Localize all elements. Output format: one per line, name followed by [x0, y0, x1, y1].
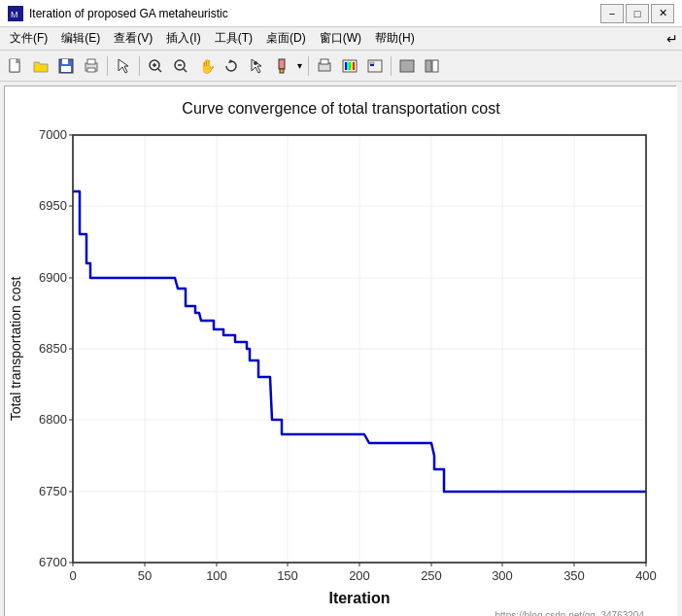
svg-rect-32: [353, 62, 355, 70]
svg-text:300: 300: [492, 568, 513, 583]
svg-rect-28: [345, 62, 347, 70]
toolbar-brush-arrow: ▾: [295, 60, 304, 71]
svg-rect-37: [426, 60, 431, 72]
svg-marker-21: [252, 59, 261, 73]
toolbar-zoom-out[interactable]: [169, 54, 192, 78]
svg-text:6750: 6750: [39, 484, 67, 498]
chart-area: Curve convergence of total transportatio…: [4, 86, 676, 616]
svg-rect-6: [62, 59, 68, 64]
close-button[interactable]: ✕: [651, 4, 674, 23]
svg-text:6950: 6950: [39, 198, 67, 213]
chart-svg: Curve convergence of total transportatio…: [5, 86, 677, 616]
toolbar-rotate[interactable]: [220, 54, 243, 78]
svg-rect-29: [347, 62, 349, 70]
svg-rect-24: [280, 69, 284, 73]
toolbar-insert-colorbar[interactable]: [338, 54, 361, 78]
toolbar-legend[interactable]: [363, 54, 387, 78]
toolbar-print[interactable]: [80, 54, 103, 78]
svg-rect-23: [279, 59, 285, 69]
svg-rect-9: [87, 59, 95, 64]
svg-point-22: [254, 61, 257, 65]
toolbar-new[interactable]: [4, 54, 27, 78]
minimize-button[interactable]: −: [600, 4, 624, 23]
menu-bar: 文件(F) 编辑(E) 查看(V) 插入(I) 工具(T) 桌面(D) 窗口(W…: [0, 27, 682, 51]
svg-text:✋: ✋: [199, 58, 214, 74]
app-icon: M: [8, 6, 23, 21]
svg-text:50: 50: [138, 568, 152, 583]
svg-text:0: 0: [69, 568, 76, 583]
toolbar-show[interactable]: [421, 54, 444, 78]
chart-title: Curve convergence of total transportatio…: [182, 100, 500, 117]
svg-rect-10: [87, 68, 95, 72]
svg-text:200: 200: [349, 568, 370, 583]
menu-help[interactable]: 帮助(H): [369, 28, 421, 49]
svg-text:150: 150: [277, 568, 298, 583]
svg-text:6850: 6850: [39, 341, 67, 356]
toolbar-brush[interactable]: [270, 54, 293, 78]
svg-text:6700: 6700: [39, 555, 67, 569]
toolbar-cursor[interactable]: [112, 54, 135, 78]
window-controls: − □ ✕: [600, 4, 674, 23]
menu-desktop[interactable]: 桌面(D): [260, 28, 312, 49]
svg-rect-26: [321, 59, 328, 64]
menu-file[interactable]: 文件(F): [4, 28, 53, 49]
title-bar-left: M Iteration of proposed GA metaheuristic: [8, 6, 228, 21]
svg-rect-35: [370, 62, 374, 64]
svg-marker-11: [119, 59, 128, 73]
svg-text:100: 100: [206, 568, 227, 583]
toolbar-separator-2: [139, 56, 140, 76]
toolbar-pan[interactable]: ✋: [194, 54, 218, 78]
svg-text:6800: 6800: [39, 412, 67, 427]
menu-window[interactable]: 窗口(W): [314, 28, 367, 49]
menu-tools[interactable]: 工具(T): [209, 28, 258, 49]
svg-rect-7: [61, 66, 71, 72]
svg-text:350: 350: [563, 568, 585, 583]
svg-text:7000: 7000: [39, 127, 67, 142]
watermark: https://blog.csdn.net/qq_34763204: [495, 610, 645, 616]
menu-edit[interactable]: 编辑(E): [55, 28, 106, 49]
title-bar: M Iteration of proposed GA metaheuristic…: [0, 0, 682, 27]
toolbar-separator-4: [391, 56, 392, 76]
toolbar-zoom-in[interactable]: [144, 54, 167, 78]
svg-rect-31: [351, 62, 353, 70]
maximize-button[interactable]: □: [626, 4, 649, 23]
toolbar-gray[interactable]: [395, 54, 419, 78]
svg-rect-30: [349, 62, 351, 70]
svg-rect-36: [400, 60, 414, 72]
svg-text:250: 250: [421, 568, 442, 583]
svg-rect-38: [432, 60, 438, 72]
svg-text:M: M: [11, 10, 18, 19]
window-title: Iteration of proposed GA metaheuristic: [29, 7, 228, 20]
menu-insert[interactable]: 插入(I): [160, 28, 206, 49]
toolbar-print2[interactable]: [313, 54, 336, 78]
svg-text:400: 400: [635, 568, 657, 583]
toolbar-separator-1: [107, 56, 108, 76]
toolbar-separator-3: [308, 56, 309, 76]
menu-view[interactable]: 查看(V): [108, 28, 158, 49]
y-axis-label: Total transportation cost: [8, 277, 23, 422]
svg-line-17: [184, 69, 187, 72]
toolbar: ✋ ▾: [0, 51, 682, 82]
toolbar-save[interactable]: [54, 54, 78, 78]
toolbar-open[interactable]: [29, 54, 52, 78]
menu-arrow[interactable]: ↵: [666, 31, 678, 47]
x-axis-label: Iteration: [328, 590, 390, 606]
svg-text:6900: 6900: [39, 270, 67, 285]
toolbar-data-cursor[interactable]: [245, 54, 268, 78]
svg-line-13: [158, 69, 161, 72]
